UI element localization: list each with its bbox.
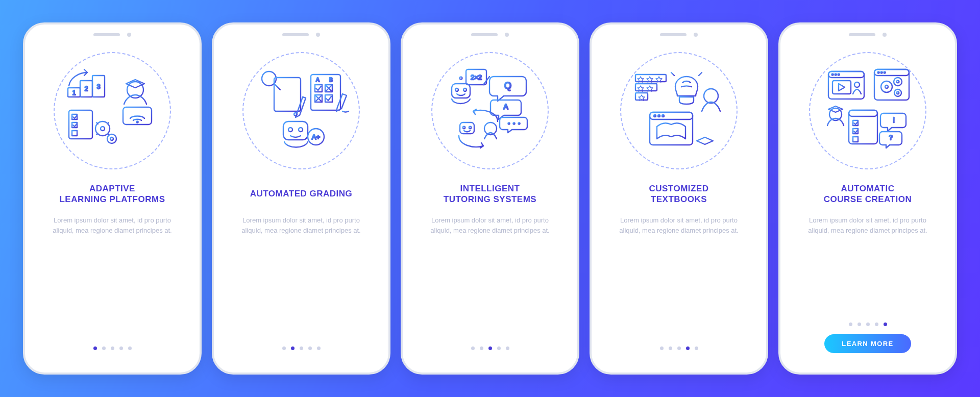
screen: CUSTOMIZED TEXTBOOKS Lorem ipsum dolor s…	[592, 24, 766, 373]
svg-point-103	[897, 92, 899, 94]
adaptive-learning-icon: 1 2 3	[54, 52, 171, 169]
learn-more-button[interactable]: LEARN MORE	[824, 334, 911, 353]
slide-title: INTELLIGENT TUTORING SYSTEMS	[442, 183, 538, 205]
svg-text:A: A	[316, 77, 320, 83]
phone-notch	[25, 33, 200, 37]
speaker-slot	[282, 33, 309, 36]
svg-point-65	[508, 122, 509, 124]
speaker-slot	[93, 33, 120, 36]
svg-point-17	[101, 127, 105, 131]
svg-point-50	[299, 128, 303, 132]
dot-5[interactable]	[317, 346, 321, 350]
svg-point-67	[518, 122, 520, 124]
svg-point-96	[880, 71, 882, 73]
svg-point-62	[460, 77, 462, 80]
svg-point-102	[894, 89, 901, 96]
svg-point-92	[854, 82, 860, 87]
phone-tutoring-systems: 2×2 Q A	[401, 22, 579, 375]
dot-1[interactable]	[471, 346, 475, 350]
svg-point-60	[463, 88, 467, 91]
pagination-dots[interactable]	[93, 346, 132, 350]
onboarding-stage: 1 2 3	[18, 22, 962, 375]
front-camera	[694, 33, 698, 37]
speaker-slot	[849, 33, 875, 36]
dot-2[interactable]	[291, 346, 295, 350]
svg-rect-72	[635, 93, 648, 100]
slide-title: CUSTOMIZED TEXTBOOKS	[647, 183, 710, 205]
svg-text:Q: Q	[504, 81, 511, 91]
svg-point-66	[513, 122, 514, 124]
svg-point-101	[897, 81, 899, 83]
dot-2[interactable]	[669, 346, 672, 350]
speaker-slot	[660, 33, 687, 36]
dot-2[interactable]	[480, 346, 483, 350]
slide-title: ADAPTIVE LEARNING PLATFORMS	[57, 183, 167, 205]
dot-1[interactable]	[660, 346, 664, 350]
svg-point-82	[658, 115, 660, 117]
dot-2[interactable]	[102, 346, 106, 350]
dot-5[interactable]	[695, 346, 698, 350]
slide-description: Lorem ipsum dolor sit amet, id pro purto…	[604, 215, 754, 235]
svg-text:!: !	[893, 116, 895, 124]
svg-point-78	[704, 89, 718, 103]
dot-5[interactable]	[128, 346, 132, 350]
slide-description: Lorem ipsum dolor sit amet, id pro purto…	[226, 215, 376, 235]
pagination-dots[interactable]	[282, 346, 321, 350]
dot-5[interactable]	[506, 346, 509, 350]
svg-point-83	[662, 115, 664, 117]
pagination-dots[interactable]	[471, 346, 509, 350]
screen: AB A+	[214, 24, 388, 373]
dot-1[interactable]	[93, 346, 97, 350]
dot-3[interactable]	[300, 346, 303, 350]
slide-title: AUTOMATIC COURSE CREATION	[822, 183, 914, 205]
dot-4[interactable]	[497, 346, 501, 350]
dot-4[interactable]	[119, 346, 123, 350]
dot-3[interactable]	[488, 346, 492, 350]
phone-customized-textbooks: CUSTOMIZED TEXTBOOKS Lorem ipsum dolor s…	[590, 22, 768, 375]
dot-4[interactable]	[875, 322, 878, 326]
pagination-dots[interactable]	[660, 346, 698, 350]
phone-automated-grading: AB A+	[212, 22, 390, 375]
svg-point-59	[455, 88, 458, 91]
svg-line-76	[671, 72, 674, 76]
phone-notch	[592, 33, 766, 37]
phone-course-creation: ! ? AUTOMATIC COURSE CREATION Lorem ipsu…	[778, 22, 957, 375]
slide-description: Lorem ipsum dolor sit amet, id pro purto…	[415, 215, 565, 235]
dot-3[interactable]	[866, 322, 870, 326]
slide-title: AUTOMATED GRADING	[248, 183, 355, 205]
svg-line-77	[699, 72, 702, 76]
svg-point-100	[894, 78, 902, 86]
speaker-slot	[471, 33, 498, 36]
svg-point-52	[294, 113, 297, 116]
svg-text:?: ?	[889, 134, 892, 141]
svg-point-69	[463, 127, 465, 129]
slide-description: Lorem ipsum dolor sit amet, id pro purto…	[793, 215, 943, 235]
front-camera	[883, 33, 887, 37]
slide-description: Lorem ipsum dolor sit amet, id pro purto…	[37, 215, 187, 235]
tutoring-systems-icon: 2×2 Q A	[431, 52, 549, 169]
dot-3[interactable]	[677, 346, 681, 350]
svg-point-97	[884, 71, 885, 73]
dot-1[interactable]	[282, 346, 286, 350]
phone-notch	[403, 33, 577, 37]
svg-point-89	[835, 73, 836, 75]
svg-rect-106	[849, 110, 877, 116]
dot-2[interactable]	[857, 322, 861, 326]
dot-1[interactable]	[849, 322, 852, 326]
svg-point-99	[885, 85, 888, 88]
dot-4[interactable]	[686, 346, 690, 350]
svg-text:A: A	[503, 103, 508, 111]
customized-textbooks-icon	[620, 52, 738, 169]
svg-point-8	[136, 121, 138, 122]
svg-point-98	[881, 81, 892, 92]
phone-adaptive-learning: 1 2 3	[23, 22, 202, 375]
svg-line-29	[274, 84, 280, 90]
dot-4[interactable]	[308, 346, 312, 350]
pagination-dots[interactable]	[849, 322, 887, 326]
svg-rect-86	[828, 71, 864, 99]
dot-3[interactable]	[111, 346, 114, 350]
svg-text:B: B	[329, 77, 333, 83]
dot-5[interactable]	[884, 322, 887, 326]
svg-text:2: 2	[85, 85, 88, 92]
svg-point-19	[110, 137, 113, 140]
